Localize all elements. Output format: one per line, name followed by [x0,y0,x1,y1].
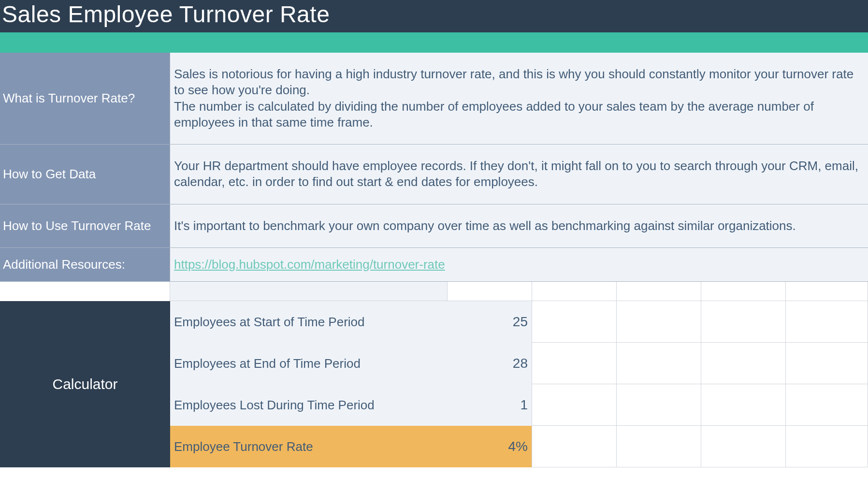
empty-cell [532,282,617,301]
empty-cell [617,426,701,467]
calc-row-start: Employees at Start of Time Period 25 [170,301,868,343]
info-content: Sales is notorious for having a high ind… [170,53,868,144]
calc-row-result: Employee Turnover Rate 4% [170,426,868,467]
calc-result-label: Employee Turnover Rate [170,426,448,467]
empty-cell [532,426,617,467]
info-label: How to Use Turnover Rate [0,204,170,247]
empty-cell [701,426,786,467]
info-content: Your HR department should have employee … [170,145,868,204]
info-row-how-use: How to Use Turnover Rate It's important … [0,204,868,248]
calc-row-label: Employees Lost During Time Period [170,384,448,426]
calc-header-spacer [0,282,868,301]
calculator-label: Calculator [0,301,170,467]
info-label: Additional Resources: [0,248,170,281]
empty-cell [617,343,701,384]
page: Sales Employee Turnover Rate What is Tur… [0,0,868,467]
empty-cell [617,301,701,343]
page-title: Sales Employee Turnover Rate [0,0,868,32]
empty-cell [701,282,786,301]
empty-cell [701,384,786,426]
empty-cell [532,384,617,426]
spacer-cell [170,282,448,301]
empty-cell [532,343,617,384]
info-row-get-data: How to Get Data Your HR department shoul… [0,145,868,204]
divider-bar [0,32,868,53]
spacer-cell [0,282,170,301]
empty-cell [701,343,786,384]
info-label: What is Turnover Rate? [0,53,170,144]
calculator-section: Calculator Employees at Start of Time Pe… [0,301,868,467]
info-row-what-is: What is Turnover Rate? Sales is notoriou… [0,53,868,145]
empty-cell [448,282,532,301]
empty-cell [786,343,868,384]
calculator-body: Employees at Start of Time Period 25 Emp… [170,301,868,467]
info-label: How to Get Data [0,145,170,204]
info-content: It's important to benchmark your own com… [170,204,868,247]
info-row-resources: Additional Resources: https://blog.hubsp… [0,248,868,282]
calc-row-label: Employees at Start of Time Period [170,301,448,343]
empty-cell [786,384,868,426]
empty-cell [786,426,868,467]
empty-cell [701,301,786,343]
calc-row-value[interactable]: 25 [448,301,532,343]
info-content: https://blog.hubspot.com/marketing/turno… [170,248,868,281]
empty-cell [532,301,617,343]
empty-cell [786,282,868,301]
calc-row-value[interactable]: 28 [448,343,532,384]
calc-row-label: Employees at End of Time Period [170,343,448,384]
empty-cell [617,384,701,426]
calc-result-value: 4% [448,426,532,467]
calc-row-lost: Employees Lost During Time Period 1 [170,384,868,426]
calc-row-end: Employees at End of Time Period 28 [170,343,868,384]
empty-cell [786,301,868,343]
calc-row-value[interactable]: 1 [448,384,532,426]
empty-cell [617,282,701,301]
resource-link[interactable]: https://blog.hubspot.com/marketing/turno… [174,257,863,273]
